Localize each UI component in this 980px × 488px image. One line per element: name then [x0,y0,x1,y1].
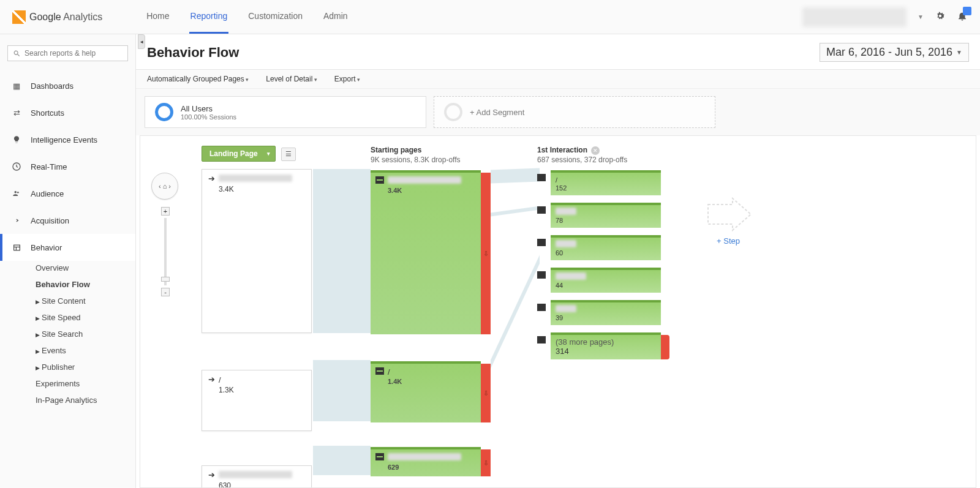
date-range-picker[interactable]: Mar 6, 2016 - Jun 5, 2016▼ [820,43,969,62]
search-box[interactable] [7,45,128,61]
sidebar-item-behavior[interactable]: Behavior [0,234,135,261]
sidebar: ▦Dashboards ⇄Shortcuts Intelligence Even… [0,34,136,488]
svg-point-1 [15,191,17,193]
page-icon [375,367,384,375]
segment-all-users[interactable]: All Users 100.00% Sessions [145,96,426,128]
notifications-icon[interactable] [957,10,968,23]
zoom-handle[interactable] [161,277,170,282]
audience-icon [11,188,22,199]
zoom-out-button[interactable]: - [161,288,170,296]
sidebar-item-audience[interactable]: Audience [0,180,135,207]
flow-node[interactable]: 44 [551,268,661,293]
subnav-inpage[interactable]: In-Page Analytics [36,396,135,405]
node-value: 60 [556,249,656,257]
add-segment-circle-icon [444,103,462,121]
flow-settings-button[interactable]: ☰ [281,148,296,161]
subnav-experiments[interactable]: Experiments [36,379,135,388]
flow-node[interactable]: 3.4K [371,170,481,334]
subnav-behavior-flow[interactable]: Behavior Flow [36,280,135,289]
segment-row: All Users 100.00% Sessions + Add Segment [136,89,980,135]
flow-node[interactable]: 39 [551,300,661,325]
search-input[interactable] [24,49,123,58]
flow-link [491,168,540,184]
flow-node[interactable]: 60 [551,235,661,260]
sidebar-collapse-toggle[interactable]: ◂ [138,34,145,49]
sidebar-item-acquisition[interactable]: Acquisition [0,207,135,234]
column-subtitle: 687 sessions, 372 drop-offs [537,156,672,164]
topnav-customization[interactable]: Customization [247,0,304,34]
svg-point-2 [17,192,19,193]
topnav-reporting[interactable]: Reporting [189,0,229,34]
sidebar-label: Shortcuts [31,108,64,118]
enter-icon: ➔ [208,471,215,479]
report-toolbar: Automatically Grouped Pages Level of Det… [136,70,980,89]
add-step-button[interactable]: + Step [692,236,765,246]
clock-icon [11,161,22,172]
landing-node[interactable]: ➔ 630 [202,465,312,488]
page-icon [375,453,384,460]
main-header: Behavior Flow Mar 6, 2016 - Jun 5, 2016▼ [136,34,980,70]
subnav-publisher[interactable]: ▶Publisher [36,362,135,372]
flow-node[interactable]: 629 [371,447,481,476]
topnav-home[interactable]: Home [145,0,170,34]
svg-rect-3 [13,245,20,250]
gear-icon[interactable] [935,10,946,23]
grouping-dropdown[interactable]: Automatically Grouped Pages [147,75,249,83]
node-label: / [556,176,557,184]
notification-badge [963,7,971,15]
page-icon [537,271,546,279]
landing-page-dropdown[interactable]: Landing Page [202,146,276,162]
subnav-site-content[interactable]: ▶Site Content [36,296,135,306]
flow-node[interactable]: /1.4K [371,361,481,422]
flow-link [491,206,540,216]
landing-node[interactable]: ➔ / 1.3K [202,370,312,431]
add-step-column: + Step [692,197,765,246]
node-label: / [388,367,390,377]
flow-node[interactable]: /152 [551,170,661,195]
segment-pct: 100.00% Sessions [181,113,236,121]
node-value: 3.4K [388,187,461,194]
add-segment[interactable]: + Add Segment [434,96,715,128]
level-dropdown[interactable]: Level of Detail [266,75,317,83]
blurred-label [388,176,461,184]
page-icon [375,176,384,184]
segment-name: All Users [181,104,236,113]
export-dropdown[interactable]: Export [334,75,360,83]
behavior-subnav: Overview Behavior Flow ▶Site Content ▶Si… [0,261,135,411]
flow-home-control[interactable]: ‹ ⌂ › [151,173,178,200]
zoom-slider[interactable] [164,218,167,285]
node-value: 629 [388,464,461,471]
sidebar-label: Dashboards [31,81,74,91]
topbar: Google Analytics Home Reporting Customiz… [0,0,980,34]
column-title: 1st Interaction [537,146,587,154]
remove-column-button[interactable]: ✕ [591,146,600,155]
flow-column-starting: Starting pages 9K sessions, 8.3K drop-of… [371,146,493,476]
logo-icon [12,10,26,24]
subnav-events[interactable]: ▶Events [36,346,135,355]
dropoff-bar [661,335,669,359]
account-dropdown-caret[interactable]: ▼ [918,13,924,20]
blurred-label [556,272,586,280]
topnav-admin[interactable]: Admin [322,0,349,34]
blurred-label [556,208,576,215]
page-icon [537,336,546,343]
enter-icon: ➔ [208,375,215,383]
node-value: 1.4K [388,378,402,385]
sidebar-item-shortcuts[interactable]: ⇄Shortcuts [0,99,135,126]
sidebar-item-realtime[interactable]: Real-Time [0,153,135,180]
flow-node[interactable]: 78 [551,203,661,228]
subnav-site-search[interactable]: ▶Site Search [36,329,135,339]
flow-node-more[interactable]: (38 more pages)314 [551,332,661,359]
blurred-label [388,453,461,460]
zoom-in-button[interactable]: + [161,207,170,216]
step-arrow-icon [707,197,750,228]
subnav-overview[interactable]: Overview [36,263,135,272]
behavior-icon [11,242,22,253]
page-icon [537,206,546,214]
sidebar-item-dashboards[interactable]: ▦Dashboards [0,72,135,99]
sidebar-item-intelligence[interactable]: Intelligence Events [0,126,135,153]
subnav-site-speed[interactable]: ▶Site Speed [36,313,135,322]
blurred-label [219,471,292,478]
flow-canvas[interactable]: ‹ ⌂ › + - Landing Page ☰ ➔ [140,135,976,488]
landing-node[interactable]: ➔ 3.4K [202,169,312,333]
